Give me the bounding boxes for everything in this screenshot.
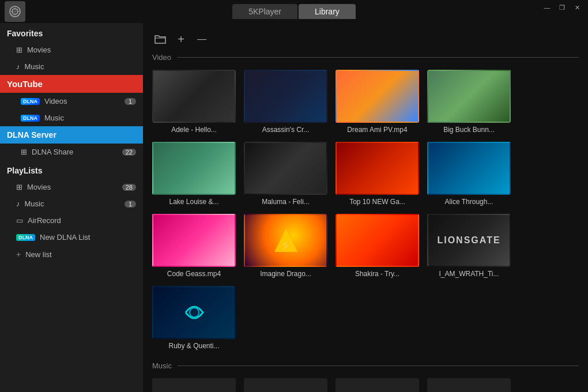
grid-icon: ⊞ <box>16 46 22 54</box>
sidebar-item-youtube[interactable]: YouTube <box>0 75 143 93</box>
favorites-section-title: Favorites <box>0 23 143 42</box>
label-bigbuck: Big Buck Bunn... <box>427 126 511 134</box>
thumb-imagine: ⚡ <box>244 214 327 267</box>
video-section-text: Video <box>152 53 171 62</box>
music-item-0[interactable]: ♫ Charlie Puth ... <box>152 378 236 392</box>
thumb-adele <box>152 70 236 123</box>
video-item-geass[interactable]: Code Geass.mp4 <box>152 214 236 278</box>
dlna-server-label: DLNA Server <box>7 130 56 140</box>
titlebar-controls: — ❐ ✕ <box>541 0 583 23</box>
thumb-alice <box>427 142 511 195</box>
video-item-alice[interactable]: Alice Through... <box>427 142 511 206</box>
yt-videos-count: 1 <box>125 98 136 105</box>
video-item-imagine[interactable]: ⚡ Imagine Drago... <box>244 214 327 278</box>
video-item-bigbuck[interactable]: Big Buck Bunn... <box>427 70 511 134</box>
thumb-music-2: ♫ <box>336 378 419 392</box>
close-button[interactable]: ✕ <box>571 2 583 13</box>
video-section-label: Video <box>152 53 579 62</box>
sidebar-item-dlna-share[interactable]: ⊞ DLNA Share 22 <box>0 144 143 160</box>
label-alice: Alice Through... <box>427 198 511 206</box>
thumb-ruby <box>152 286 236 339</box>
label-dream: Dream Ami PV.mp4 <box>336 126 419 134</box>
thumb-shakira <box>336 214 419 267</box>
label-lake: Lake Louise &... <box>152 198 236 206</box>
video-item-shakira[interactable]: Shakira - Try... <box>336 214 419 278</box>
lionsgate-text: LIONSGATE <box>437 235 500 246</box>
note-icon-pl-music: ♪ <box>16 199 20 208</box>
new-dlna-label: New DLNA List <box>40 233 90 242</box>
music-section-line <box>178 365 579 366</box>
music-section-label: Music <box>152 361 579 370</box>
svg-point-4 <box>190 308 199 317</box>
tab-library[interactable]: Library <box>299 4 356 19</box>
music-section-text: Music <box>152 361 172 370</box>
video-item-lionsgate[interactable]: LIONSGATE I_AM_WRATH_Ti... <box>427 214 511 278</box>
screen-icon: ▭ <box>16 216 23 225</box>
titlebar-tabs: 5KPlayer Library <box>232 4 356 19</box>
thumb-geass <box>152 214 236 267</box>
thumb-top10 <box>336 142 419 195</box>
video-item-dream[interactable]: Dream Ami PV.mp4 <box>336 70 419 134</box>
thumb-music-1: ♫ <box>244 378 327 392</box>
video-item-adele[interactable]: Adele - Hello... <box>152 70 236 134</box>
yt-music-label: Music <box>44 114 64 122</box>
music-icon: ♪ <box>16 62 20 71</box>
remove-button[interactable]: — <box>194 31 210 47</box>
thumb-dream <box>336 70 419 123</box>
video-item-lake[interactable]: Lake Louise &... <box>152 142 236 206</box>
restore-button[interactable]: ❐ <box>556 2 568 13</box>
label-maluma: Maluma - Feli... <box>244 198 327 206</box>
sidebar-item-new-dlna[interactable]: DLNA New DLNA List <box>0 229 143 246</box>
dlna-share-count: 22 <box>122 149 136 156</box>
music-item-2[interactable]: ♫ Imagine Drago... <box>336 378 419 392</box>
dlna-share-label: DLNA Share <box>32 148 73 156</box>
music-item-3[interactable]: ♫ Imagine Drago... <box>427 378 511 392</box>
thumb-bigbuck <box>427 70 511 123</box>
sidebar-item-airrecord[interactable]: ▭ AirRecord <box>0 212 143 229</box>
pl-music-label: Music <box>25 199 44 208</box>
sidebar-item-movies[interactable]: ⊞ Movies <box>0 42 143 58</box>
add-button[interactable]: + <box>173 31 189 47</box>
pl-movies-count: 28 <box>122 184 136 191</box>
content-toolbar: + — <box>152 28 579 53</box>
label-lionsgate: I_AM_WRATH_Ti... <box>427 270 511 278</box>
folder-button[interactable] <box>152 31 168 47</box>
new-dlna-badge: DLNA <box>16 234 35 241</box>
label-assassin: Assassin's Cr... <box>244 126 327 134</box>
video-item-assassin[interactable]: Assassin's Cr... <box>244 70 327 134</box>
video-item-ruby[interactable]: Ruby & Quenti... <box>152 286 236 350</box>
yt-videos-label: Videos <box>44 97 67 105</box>
music-item-1[interactable]: ♫ Imagine Drago... <box>244 378 327 392</box>
minimize-button[interactable]: — <box>541 2 553 13</box>
label-geass: Code Geass.mp4 <box>152 270 236 278</box>
content-area: + — Video Adele - Hello... Assassin's Cr… <box>143 23 588 392</box>
label-imagine: Imagine Drago... <box>244 270 327 278</box>
titlebar: 5KPlayer Library — ❐ ✕ <box>0 0 588 23</box>
sidebar-item-music[interactable]: ♪ Music <box>0 58 143 75</box>
sidebar-item-yt-music[interactable]: DLNA Music <box>0 110 143 126</box>
video-item-maluma[interactable]: Maluma - Feli... <box>244 142 327 206</box>
video-grid: Adele - Hello... Assassin's Cr... Dream … <box>152 70 579 350</box>
dlna-badge-videos: DLNA <box>21 98 40 105</box>
tab-5kplayer[interactable]: 5KPlayer <box>232 4 297 19</box>
youtube-label: YouTube <box>7 79 43 89</box>
thumb-music-0: ♫ <box>152 378 236 392</box>
svg-text:⚡: ⚡ <box>280 239 293 252</box>
thumb-music-3: ♫ <box>427 378 511 392</box>
sidebar-item-pl-movies[interactable]: ⊞ Movies 28 <box>0 179 143 195</box>
sidebar-item-pl-music[interactable]: ♪ Music 1 <box>0 195 143 212</box>
sidebar-music-label: Music <box>25 62 44 71</box>
sidebar-movies-label: Movies <box>27 46 51 54</box>
music-grid: ♫ Charlie Puth ... ♫ Imagine Drago... ♫ … <box>152 378 579 392</box>
dlna-icon <box>5 1 25 22</box>
playlists-section-title: PlayLists <box>0 160 143 179</box>
video-section-line <box>177 57 579 58</box>
sidebar-item-dlna-server[interactable]: DLNA Server <box>0 126 143 144</box>
video-item-top10[interactable]: Top 10 NEW Ga... <box>336 142 419 206</box>
sidebar-item-new-list[interactable]: + New list <box>0 246 143 263</box>
grid-icon-share: ⊞ <box>21 148 27 156</box>
label-shakira: Shakira - Try... <box>336 270 419 278</box>
sidebar-item-yt-videos[interactable]: DLNA Videos 1 <box>0 93 143 110</box>
pl-movies-label: Movies <box>27 183 51 191</box>
plus-icon: + <box>16 250 21 259</box>
